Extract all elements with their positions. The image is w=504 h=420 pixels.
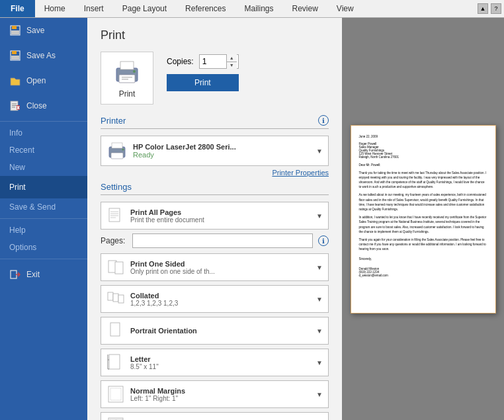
svg-rect-1 — [12, 26, 17, 29]
print-pagespersheet-icon — [106, 417, 125, 420]
sidebar-print-label: Print — [9, 183, 26, 192]
printer-image-icon — [112, 58, 142, 87]
print-orientation-setting[interactable]: Portrait Orientation ▼ — [101, 317, 329, 345]
sidebar-item-recent[interactable]: Recent — [0, 142, 87, 159]
tab-insert[interactable]: Insert — [75, 0, 113, 17]
printer-selector[interactable]: HP Color LaserJet 2800 Seri... Ready ▼ — [101, 136, 329, 166]
print-margins-subtitle: Left: 1" Right: 1" — [130, 395, 311, 402]
sidebar-divider-3 — [0, 259, 87, 259]
sidebar-item-close[interactable]: Close — [0, 93, 87, 118]
tab-references[interactable]: References — [176, 0, 235, 17]
print-collate-icon — [106, 290, 125, 308]
sidebar-item-options[interactable]: Options — [0, 239, 87, 256]
print-collate-subtitle: 1,2,3 1,2,3 1,2,3 — [130, 300, 311, 307]
tab-page-layout[interactable]: Page Layout — [113, 0, 176, 17]
print-orientation-icon — [106, 321, 125, 340]
printer-small-icon — [106, 140, 128, 161]
print-pages-setting[interactable]: Print All Pages Print the entire documen… — [101, 202, 329, 230]
exit-icon — [9, 269, 21, 280]
print-size-setting[interactable]: Letter 8.5" x 11" ▼ — [101, 349, 329, 376]
print-pages-subtitle: Print the entire document — [130, 216, 311, 224]
svg-rect-17 — [120, 62, 134, 69]
svg-point-20 — [133, 70, 136, 73]
settings-section-header: Settings — [101, 182, 329, 195]
sidebar-item-savesend[interactable]: Save & Send — [0, 198, 87, 216]
copies-up-button[interactable]: ▲ — [227, 54, 237, 62]
svg-rect-36 — [109, 355, 120, 369]
preview-para2: As we talked about in our meeting, my fo… — [359, 192, 487, 212]
sidebar-item-info[interactable]: Info — [0, 124, 87, 142]
preview-panel: June 22, 2009 Roger Powell Sales Manager… — [342, 18, 504, 420]
printer-properties-link[interactable]: Printer Properties — [101, 169, 329, 177]
pages-info-icon[interactable]: ℹ — [318, 235, 329, 246]
printer-name: HP Color LaserJet 2800 Seri... — [133, 143, 311, 151]
sidebar: Save Save As Open Close Info Recent — [0, 18, 87, 420]
preview-salutation: Dear Mr. Powell: — [359, 163, 487, 167]
print-margins-title: Normal Margins — [130, 387, 311, 395]
saveas-icon — [9, 50, 21, 62]
print-margins-text: Normal Margins Left: 1" Right: 1" — [130, 387, 311, 402]
tab-home[interactable]: Home — [35, 0, 75, 17]
preview-recipient-addr2: Raleigh, North Carolina 27601 — [359, 155, 487, 159]
preview-closing-text: Sincerely, — [359, 257, 487, 261]
print-size-text: Letter 8.5" x 11" — [130, 355, 311, 370]
preview-para3: In addition, I wanted to let you know th… — [359, 215, 487, 234]
print-collate-setting[interactable]: Collated 1,2,3 1,2,3 1,2,3 ▼ — [101, 285, 329, 313]
sidebar-divider-1 — [0, 121, 87, 122]
sidebar-exit-label: Exit — [26, 270, 40, 279]
tab-view[interactable]: View — [327, 0, 363, 17]
pages-input[interactable] — [132, 233, 313, 248]
file-tab[interactable]: File — [0, 0, 35, 17]
print-margins-setting[interactable]: Normal Margins Left: 1" Right: 1" ▼ — [101, 380, 329, 408]
print-pages-icon — [106, 206, 125, 225]
printer-dropdown-arrow: ▼ — [316, 147, 323, 155]
print-action-button[interactable]: Print — [167, 74, 239, 91]
page-preview: June 22, 2009 Roger Powell Sales Manager… — [351, 125, 496, 314]
print-sides-icon — [106, 258, 125, 276]
minimize-button[interactable]: ▲ — [478, 3, 488, 14]
print-size-subtitle: 8.5" x 11" — [130, 363, 311, 370]
print-collate-arrow: ▼ — [316, 296, 323, 303]
print-size-icon — [106, 353, 125, 372]
copies-input[interactable] — [200, 56, 226, 67]
help-button[interactable]: ? — [491, 3, 501, 14]
close-icon — [9, 100, 21, 112]
svg-rect-4 — [12, 51, 17, 54]
sidebar-item-save[interactable]: Save — [0, 18, 87, 43]
copies-input-wrap[interactable]: ▲ ▼ — [199, 54, 239, 69]
tab-review[interactable]: Review — [282, 0, 327, 17]
main-layout: Save Save As Open Close Info Recent — [0, 18, 504, 420]
sidebar-item-saveas[interactable]: Save As — [0, 43, 87, 68]
copies-spinners: ▲ ▼ — [226, 54, 237, 69]
preview-closing: Sincerely, Donald Weston (919) 222-1234 … — [359, 257, 487, 277]
sidebar-item-help[interactable]: Help — [0, 222, 87, 239]
svg-rect-31 — [115, 262, 123, 274]
sidebar-item-open[interactable]: Open — [0, 68, 87, 93]
print-size-title: Letter — [130, 355, 311, 363]
print-pagespersheet-setting[interactable]: 1 Page Per Sheet ▼ — [101, 412, 329, 420]
print-icon-box: Print — [101, 52, 153, 105]
print-collate-text: Collated 1,2,3 1,2,3 1,2,3 — [130, 292, 311, 307]
sidebar-item-print[interactable]: Print — [0, 176, 87, 198]
svg-rect-2 — [11, 30, 19, 34]
tab-mailings[interactable]: Mailings — [235, 0, 282, 17]
sidebar-item-exit[interactable]: Exit — [0, 262, 87, 287]
print-sides-setting[interactable]: Print One Sided Only print on one side o… — [101, 253, 329, 281]
sidebar-item-new[interactable]: New — [0, 159, 87, 176]
printer-section-label: Printer — [101, 116, 126, 126]
sidebar-saveas-label: Save As — [26, 51, 56, 60]
print-panel: Print Print Copies: — [87, 18, 342, 420]
printer-section-header: Printer ℹ — [101, 115, 329, 129]
sidebar-open-label: Open — [26, 76, 46, 85]
preview-recipient: Roger Powell Sales Manager Quality Furni… — [359, 142, 487, 159]
svg-rect-19 — [122, 79, 128, 80]
printer-info-icon[interactable]: ℹ — [318, 115, 329, 126]
print-pages-arrow: ▼ — [316, 212, 323, 220]
copies-down-button[interactable]: ▼ — [227, 62, 237, 69]
print-right: Copies: ▲ ▼ Print — [167, 52, 239, 91]
sidebar-save-label: Save — [26, 26, 44, 35]
svg-rect-13 — [11, 271, 17, 278]
pages-label: Pages: — [101, 236, 127, 245]
print-panel-header: Print — [101, 28, 329, 42]
preview-date: June 22, 2009 — [359, 135, 487, 138]
